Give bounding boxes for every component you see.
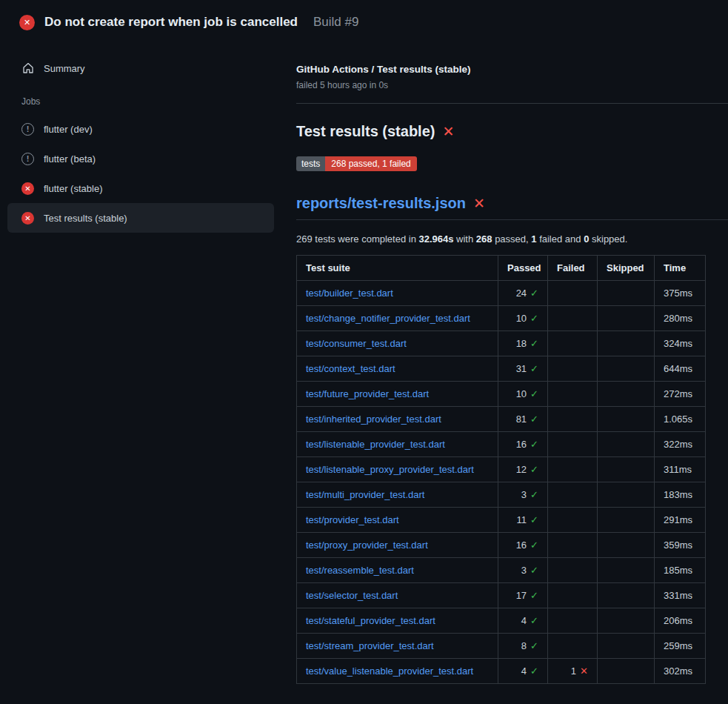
col-failed: Failed	[548, 256, 598, 281]
table-row: test/consumer_test.dart 18✓ 324ms	[297, 331, 706, 356]
fail-x-icon: ✕	[442, 124, 454, 139]
time-cell: 324ms	[655, 331, 706, 356]
check-icon: ✓	[530, 590, 538, 601]
passed-cell: 10✓	[498, 306, 548, 331]
suite-link[interactable]: test/inherited_provider_test.dart	[306, 414, 441, 425]
col-passed: Passed	[498, 256, 548, 281]
passed-cell: 24✓	[498, 281, 548, 306]
time-cell: 291ms	[655, 508, 706, 533]
check-icon: ✓	[530, 313, 538, 324]
time-cell: 259ms	[655, 634, 706, 659]
suite-link[interactable]: test/stream_provider_test.dart	[306, 640, 434, 651]
failed-cell	[548, 306, 598, 331]
failed-cell	[548, 508, 598, 533]
report-fail-x-icon: ✕	[473, 196, 485, 210]
skipped-cell	[598, 583, 655, 608]
suite-link[interactable]: test/reassemble_test.dart	[306, 565, 414, 576]
breadcrumb: GitHub Actions / Test results (stable)	[296, 64, 728, 75]
failed-cell	[548, 533, 598, 558]
check-icon: ✓	[530, 539, 538, 551]
passed-cell: 31✓	[498, 356, 548, 382]
passed-cell: 3✓	[498, 558, 548, 583]
table-row: test/stream_provider_test.dart 8✓ 259ms	[297, 634, 706, 659]
time-cell: 302ms	[655, 659, 706, 684]
suite-link[interactable]: test/future_provider_test.dart	[306, 388, 429, 399]
failed-cell	[548, 608, 598, 634]
report-file-link[interactable]: reports/test-results.json	[296, 195, 466, 212]
check-icon: ✓	[530, 414, 538, 425]
cross-icon: ✕	[580, 665, 588, 677]
passed-cell: 10✓	[498, 382, 548, 407]
skipped-cell	[598, 331, 655, 356]
check-icon: ✓	[530, 615, 538, 626]
col-test-suite: Test suite	[297, 256, 498, 281]
check-icon: ✓	[530, 665, 538, 677]
check-icon: ✓	[530, 514, 538, 525]
failed-cell	[548, 432, 598, 457]
passed-cell: 16✓	[498, 432, 548, 457]
suite-link[interactable]: test/change_notifier_provider_test.dart	[306, 313, 470, 324]
results-table-body: test/builder_test.dart 24✓ 375ms test/ch…	[297, 281, 706, 684]
suite-link[interactable]: test/consumer_test.dart	[306, 338, 407, 349]
check-icon: ✓	[530, 565, 538, 576]
jobs-section-label: Jobs	[21, 96, 274, 107]
skipped-cell	[598, 634, 655, 659]
table-row: test/builder_test.dart 24✓ 375ms	[297, 281, 706, 306]
sidebar-item-job[interactable]: ✕ Test results (stable)	[7, 203, 274, 233]
suite-link[interactable]: test/context_test.dart	[306, 363, 395, 374]
suite-link[interactable]: test/proxy_provider_test.dart	[306, 539, 428, 551]
failed-cell: 1✕	[548, 659, 598, 684]
failed-cell	[548, 634, 598, 659]
table-row: test/listenable_proxy_provider_test.dart…	[297, 457, 706, 482]
sidebar-item-job[interactable]: ✕ flutter (stable)	[7, 173, 274, 203]
skipped-cell	[598, 608, 655, 634]
job-label: Test results (stable)	[44, 213, 127, 224]
tests-badge: tests 268 passed, 1 failed	[296, 156, 417, 171]
section-title: Test results (stable)	[296, 123, 435, 140]
sidebar-item-job[interactable]: ! flutter (beta)	[7, 144, 274, 173]
passed-cell: 11✓	[498, 508, 548, 533]
table-row: test/context_test.dart 31✓ 644ms	[297, 356, 706, 382]
build-header: ✕ Do not create report when job is cance…	[0, 0, 728, 41]
time-cell: 206ms	[655, 608, 706, 634]
skipped-cell	[598, 306, 655, 331]
time-cell: 331ms	[655, 583, 706, 608]
skipped-cell	[598, 482, 655, 508]
time-cell: 311ms	[655, 457, 706, 482]
check-icon: ✓	[530, 388, 538, 399]
main-content: GitHub Actions / Test results (stable) f…	[296, 41, 728, 684]
passed-cell: 8✓	[498, 634, 548, 659]
failed-cell	[548, 356, 598, 382]
failed-cell	[548, 558, 598, 583]
suite-link[interactable]: test/builder_test.dart	[306, 288, 393, 299]
skipped-cell	[598, 356, 655, 382]
passed-cell: 17✓	[498, 583, 548, 608]
table-row: test/inherited_provider_test.dart 81✓ 1.…	[297, 407, 706, 432]
summary-label: Summary	[44, 63, 85, 74]
check-icon: ✓	[530, 640, 538, 651]
suite-link[interactable]: test/listenable_provider_test.dart	[306, 439, 445, 450]
suite-link[interactable]: test/value_listenable_provider_test.dart	[306, 665, 473, 677]
sidebar-item-summary[interactable]: Summary	[7, 53, 274, 83]
sidebar: Summary Jobs ! flutter (dev) ! flutter (…	[0, 41, 296, 233]
suite-link[interactable]: test/selector_test.dart	[306, 590, 398, 601]
summary-time: 32.964s	[418, 233, 453, 245]
skipped-cell	[598, 558, 655, 583]
time-cell: 183ms	[655, 482, 706, 508]
suite-link[interactable]: test/provider_test.dart	[306, 514, 399, 525]
skipped-cell	[598, 382, 655, 407]
sidebar-item-job[interactable]: ! flutter (dev)	[7, 114, 274, 144]
suite-link[interactable]: test/stateful_provider_test.dart	[306, 615, 435, 626]
suite-link[interactable]: test/multi_provider_test.dart	[306, 489, 424, 500]
failed-cell	[548, 281, 598, 306]
table-row: test/selector_test.dart 17✓ 331ms	[297, 583, 706, 608]
job-neutral-icon: !	[21, 153, 34, 165]
badge-label: tests	[296, 156, 325, 171]
passed-cell: 16✓	[498, 533, 548, 558]
passed-cell: 81✓	[498, 407, 548, 432]
check-icon: ✓	[530, 338, 538, 349]
suite-link[interactable]: test/listenable_proxy_provider_test.dart	[306, 464, 474, 475]
check-icon: ✓	[530, 464, 538, 475]
table-row: test/multi_provider_test.dart 3✓ 183ms	[297, 482, 706, 508]
run-status-line: failed 5 hours ago in 0s	[296, 80, 728, 90]
